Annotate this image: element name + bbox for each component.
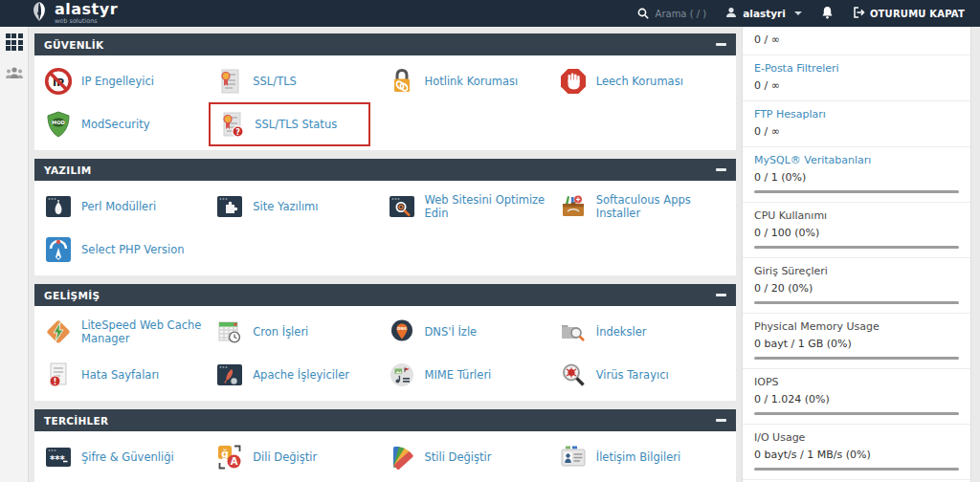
- section-geli-mi-: GELİŞMİŞLiteSpeed Web Cache ManagerCron …: [34, 284, 736, 401]
- collapse-icon[interactable]: [716, 168, 726, 171]
- header-controls: Arama ( / ) alastyri OTURUMU KAPAT: [637, 5, 980, 23]
- stat-value: 0 / ∞: [754, 125, 959, 138]
- svg-text:ğ: ğ: [221, 448, 229, 459]
- stat-value: 0 / 1 (0%): [754, 171, 959, 184]
- stat-progress-bar: [754, 190, 959, 193]
- stat-value: 0 / 1.024 (0%): [754, 393, 959, 405]
- stat-item: I/O Usage0 bayt/s / 1 MB/s (0%): [743, 425, 970, 480]
- feature-link-style-swatches[interactable]: Stili Değiştir: [388, 439, 555, 475]
- section-header: GÜVENLİK: [34, 33, 736, 55]
- section-title: YAZILIM: [44, 164, 91, 176]
- feature-label: Şifre & Güvenliği: [81, 450, 174, 464]
- stat-label: I/O Usage: [754, 431, 959, 444]
- feature-link-error-page[interactable]: !Hata Sayfaları: [44, 357, 212, 393]
- stat-item: MySQL® Veritabanları0 / 1 (0%): [743, 147, 970, 203]
- feature-label: Hotlink Koruması: [425, 75, 519, 88]
- collapse-icon[interactable]: [716, 294, 726, 296]
- feature-link-perl-terminal[interactable]: Perl Modülleri: [44, 188, 212, 225]
- stat-item: E-Posta Filtreleri0 / ∞: [743, 55, 970, 101]
- stat-value: 0 / 100 (0%): [754, 227, 959, 239]
- feature-label: MIME Türleri: [425, 368, 492, 382]
- section-terci-hler: TERCİHLER***Şifre & GüvenliğiğADili Deği…: [34, 409, 736, 482]
- section-yazilim: YAZILIMPerl ModülleriSite YazılımıWeb Si…: [34, 159, 736, 275]
- stat-item: CPU Kullanımı0 / 100 (0%): [743, 203, 970, 258]
- logout-label: OTURUMU KAPAT: [870, 9, 965, 19]
- section-g-venli-k: GÜVENLİKIPIP EngelleyiciSSL/TLSHotlink K…: [34, 33, 736, 150]
- feature-link-optimize-magnifier[interactable]: Web Sitesini Optimize Edin: [388, 188, 555, 225]
- dns-pin-icon: DNS: [388, 318, 416, 346]
- feature-link-modsecurity-shield[interactable]: MODModSecurity: [44, 106, 212, 142]
- feature-label: DNS'İ İzle: [425, 325, 478, 339]
- feature-link-ip-blocker[interactable]: IPIP Engelleyici: [44, 63, 212, 99]
- notifications-bell[interactable]: [821, 5, 834, 23]
- folder-magnifier-icon: [559, 318, 588, 346]
- svg-text:?: ?: [235, 128, 240, 137]
- feature-link-password-stars[interactable]: ***Şifre & Güvenliği: [44, 439, 212, 475]
- stat-link-label[interactable]: FTP Hesapları: [754, 108, 959, 120]
- stat-value: 0 / ∞: [754, 33, 959, 46]
- feature-link-folder-magnifier[interactable]: İndeksler: [559, 314, 726, 350]
- stat-item: 0 / ∞: [743, 27, 970, 55]
- search-icon: [637, 5, 649, 23]
- feature-link-softaculous-toolbox[interactable]: Softaculous Apps Installer: [559, 188, 726, 225]
- feature-link-cron-calendar-clock[interactable]: Cron İşleri: [215, 314, 383, 350]
- alastyr-logo-icon: [29, 1, 50, 26]
- feature-link-translate[interactable]: ğADili Değiştir: [215, 439, 383, 475]
- feature-link-dns-pin[interactable]: DNSDNS'İ İzle: [388, 314, 555, 350]
- svg-text:DNS: DNS: [397, 326, 407, 331]
- user-groups-icon[interactable]: [0, 57, 28, 88]
- stat-link-label[interactable]: MySQL® Veritabanları: [754, 154, 959, 166]
- feature-link-litespeed-bolt[interactable]: LiteSpeed Web Cache Manager: [44, 314, 212, 350]
- translate-icon: ğA: [215, 443, 244, 471]
- style-swatches-icon: [388, 443, 416, 471]
- apps-grid-icon[interactable]: [0, 27, 28, 57]
- stat-item: Giriş Süreçleri0 / 20 (0%): [743, 258, 970, 314]
- collapse-icon[interactable]: [716, 43, 726, 46]
- section-header: YAZILIM: [34, 159, 736, 181]
- logout-button[interactable]: OTURUMU KAPAT: [853, 7, 965, 20]
- puzzle-terminal-icon: [215, 192, 244, 221]
- feature-label: İndeksler: [596, 325, 647, 339]
- stat-item: Physical Memory Usage0 bayt / 1 GB (0%): [743, 314, 970, 369]
- perl-terminal-icon: [44, 192, 73, 221]
- section-body: LiteSpeed Web Cache ManagerCron İşleriDN…: [34, 306, 736, 401]
- brand-tagline: web solutions: [55, 18, 118, 25]
- feature-label: İletişim Bilgileri: [596, 450, 680, 464]
- stat-value: 0 / ∞: [754, 79, 959, 92]
- stat-progress-bar: [754, 357, 959, 360]
- hotlink-lock-icon: [388, 67, 416, 96]
- chevron-down-icon: [794, 11, 802, 15]
- feature-link-contact-card[interactable]: İletişim Bilgileri: [559, 439, 726, 475]
- feature-link-ssl-cert-question[interactable]: ?SSL/TLS Status: [209, 102, 369, 146]
- search-input[interactable]: Arama ( / ): [637, 5, 707, 23]
- feature-link-ssl-cert[interactable]: SSL/TLS: [215, 63, 383, 99]
- feature-link-puzzle-terminal[interactable]: Site Yazılımı: [215, 188, 383, 225]
- stat-progress-bar: [754, 468, 959, 471]
- section-title: TERCİHLER: [44, 415, 108, 427]
- feature-label: LiteSpeed Web Cache Manager: [81, 318, 212, 346]
- collapse-icon[interactable]: [716, 419, 726, 422]
- feature-link-mime-media[interactable]: MIME Türleri: [388, 357, 555, 393]
- stat-label: CPU Kullanımı: [754, 209, 959, 222]
- ssl-cert-icon: [215, 67, 244, 96]
- feature-label: Stili Değiştir: [425, 450, 492, 464]
- feature-link-virus-magnifier[interactable]: Virüs Tarayıcı: [559, 357, 726, 393]
- feature-link-php-gauge[interactable]: Select PHP Version: [44, 231, 212, 268]
- feature-link-hotlink-lock[interactable]: Hotlink Koruması: [388, 63, 555, 99]
- feature-label: Leech Koruması: [596, 75, 683, 88]
- modsecurity-shield-icon: MOD: [44, 110, 73, 139]
- svg-text:A: A: [231, 456, 238, 467]
- user-menu[interactable]: alastyri: [725, 7, 802, 20]
- feature-link-apache-feather[interactable]: Apache İşleyiciler: [215, 357, 383, 393]
- contact-card-icon: [559, 443, 588, 471]
- feature-link-leech-stop-hand[interactable]: Leech Koruması: [559, 63, 726, 99]
- feature-label: Softaculous Apps Installer: [596, 193, 726, 221]
- stat-link-label[interactable]: E-Posta Filtreleri: [754, 62, 959, 75]
- brand-logo[interactable]: alastyr web solutions: [29, 1, 118, 26]
- feature-label: Perl Modülleri: [81, 200, 156, 213]
- mime-media-icon: [388, 361, 416, 389]
- feature-label: Dili Değiştir: [253, 450, 317, 464]
- stat-label: Physical Memory Usage: [754, 320, 959, 333]
- leech-stop-hand-icon: [559, 67, 588, 96]
- feature-label: Apache İşleyiciler: [253, 368, 349, 382]
